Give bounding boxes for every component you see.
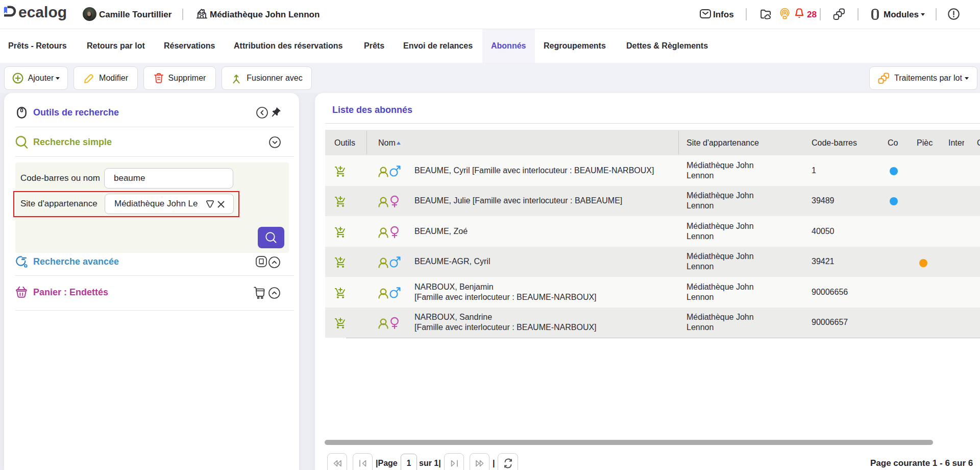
svg-text:ecalog: ecalog xyxy=(18,4,67,20)
